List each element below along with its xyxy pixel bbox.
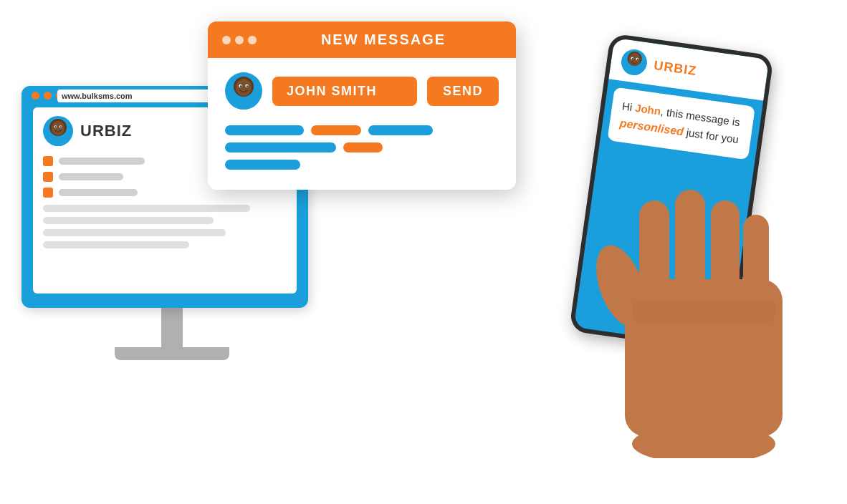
svg-point-13 [231,98,256,110]
svg-point-4 [55,126,57,127]
list-bar [59,173,123,180]
dialog-dot-1 [222,36,231,44]
dialog-window-controls [222,36,257,44]
url-text: www.bulksms.com [62,92,133,100]
content-line [43,241,189,248]
monitor-stand-neck [161,308,183,347]
new-message-dialog: NEW MESSAGE JOH [208,21,516,190]
dialog-header: NEW MESSAGE [208,21,516,58]
svg-point-11 [240,85,241,87]
monitor-stand-base [115,347,229,360]
msg-bar [225,125,304,135]
content-line [43,217,214,224]
svg-point-6 [48,137,68,146]
svg-point-5 [60,126,62,127]
msg-bar [343,142,383,152]
dialog-dot-2 [235,36,244,44]
content-line [43,205,250,212]
list-icon [43,188,53,198]
browser-dot-2 [44,92,52,100]
svg-rect-28 [632,301,775,322]
recipient-name: JOHN SMITH [272,77,417,106]
msg-bar [368,125,433,135]
message-line-1 [225,125,499,135]
msg-bar [225,142,336,152]
content-line [43,229,226,236]
svg-point-12 [247,85,248,87]
hand-shape [582,129,811,458]
phone-area: URBIZ Hi John, this message is personlis… [568,43,811,458]
msg-bar [311,125,361,135]
recipient-avatar [225,72,262,110]
monitor-brand-name: URBIZ [80,122,132,140]
phone-avatar [620,48,649,77]
svg-point-1 [52,121,64,135]
dialog-dot-3 [248,36,257,44]
scene: www.bulksms.com [0,0,847,504]
recipient-row: JOHN SMITH SEND [225,72,499,110]
dialog-body: JOHN SMITH SEND [208,58,516,190]
svg-point-8 [236,79,252,96]
message-line-3 [225,160,499,170]
dialog-title: NEW MESSAGE [265,32,502,48]
svg-point-20 [623,66,642,77]
list-bar [59,158,145,165]
list-icon [43,156,53,166]
list-icon [43,172,53,182]
list-bar [59,189,138,196]
browser-dot-1 [32,92,39,100]
message-line-2 [225,142,499,152]
message-lines [225,125,499,170]
monitor-lines [43,205,287,248]
message-name: John [634,102,661,117]
phone-brand-name: URBIZ [653,57,697,78]
msg-bar [225,160,300,170]
monitor-avatar [43,116,73,146]
send-button[interactable]: SEND [427,77,499,106]
